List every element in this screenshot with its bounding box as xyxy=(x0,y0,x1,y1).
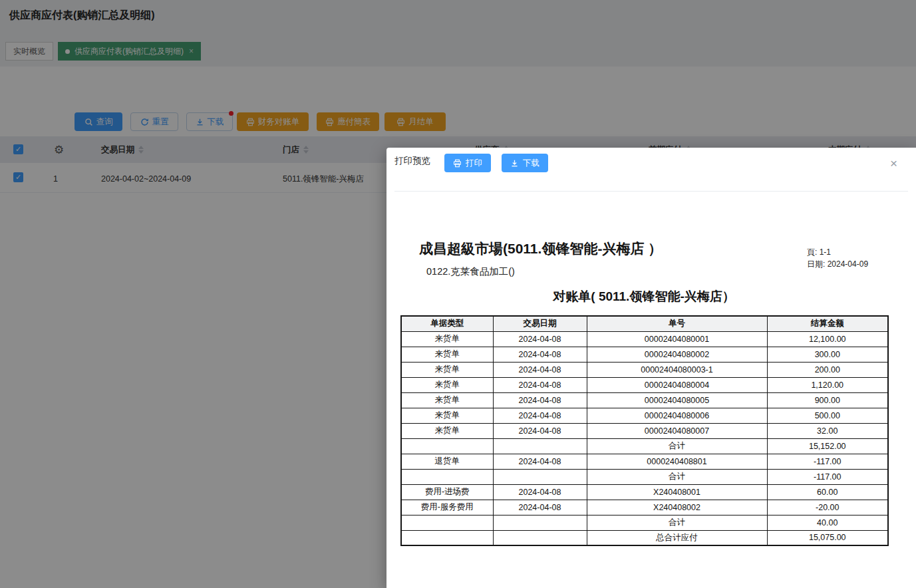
statement-cell: 32.00 xyxy=(767,423,888,438)
statement-cell: X240408002 xyxy=(587,500,767,515)
statement-cell: 1,120.00 xyxy=(767,377,888,392)
statement-cell: 2024-04-08 xyxy=(493,423,587,438)
statement-cell xyxy=(401,515,493,530)
statement-row: 费用-进场费2024-04-08X24040800160.00 xyxy=(401,484,888,500)
statement-cell: 00002404080001 xyxy=(587,331,767,347)
statement-cell xyxy=(401,530,493,545)
statement-cell: 2024-04-08 xyxy=(493,362,587,377)
statement-cell: 费用-服务费用 xyxy=(401,500,493,515)
modal-title: 打印预览 xyxy=(394,155,430,167)
statement-cell: 15,075.00 xyxy=(767,530,888,545)
statement-row: 费用-服务费用2024-04-08X240408002-20.00 xyxy=(401,500,888,515)
statement-cell: 00002404080004 xyxy=(587,377,767,392)
statement-cell: 15,152.00 xyxy=(767,438,888,454)
statement-row: 来货单2024-04-0800002404080002300.00 xyxy=(401,347,888,362)
statement-cell: 2024-04-08 xyxy=(493,392,587,408)
statement-row: 来货单2024-04-080000240408000112,100.00 xyxy=(401,331,888,347)
statement-cell: -117.00 xyxy=(767,469,888,484)
statement-row: 合计15,152.00 xyxy=(401,438,888,454)
statement-cell: 2024-04-08 xyxy=(493,500,587,515)
statement-cell: 来货单 xyxy=(401,423,493,438)
print-button[interactable]: 打印 xyxy=(444,154,491,172)
statement-row: 来货单2024-04-0800002404080006500.00 xyxy=(401,408,888,423)
statement-table: 单据类型交易日期单号结算金额 来货单2024-04-08000024040800… xyxy=(400,315,889,546)
statement-cell: 来货单 xyxy=(401,408,493,423)
statement-row: 来货单2024-04-0800002404080005900.00 xyxy=(401,392,888,408)
doc-date-label: 日期: 2024-04-09 xyxy=(807,258,868,270)
close-icon[interactable]: × xyxy=(890,157,897,170)
statement-cell: 300.00 xyxy=(767,347,888,362)
statement-cell: 总合计应付 xyxy=(587,530,767,545)
statement-cell xyxy=(493,438,587,454)
statement-cell: 来货单 xyxy=(401,392,493,408)
statement-cell xyxy=(401,438,493,454)
statement-cell: 00002404080002 xyxy=(587,347,767,362)
statement-cell xyxy=(493,530,587,545)
statement-cell: 2024-04-08 xyxy=(493,454,587,469)
statement-header-cell: 单据类型 xyxy=(401,316,493,331)
statement-cell: 2024-04-08 xyxy=(493,347,587,362)
statement-cell: 2024-04-08 xyxy=(493,331,587,347)
statement-cell: 500.00 xyxy=(767,408,888,423)
statement-row: 来货单2024-04-0800002404080003-1200.00 xyxy=(401,362,888,377)
print-preview-modal: 打印预览 打印 下载 × 成昌超級市場(5011.领锋智能-兴梅店 ） 頁: 1… xyxy=(386,148,916,588)
doc-page-label: 頁: 1-1 xyxy=(807,246,868,258)
statement-header-cell: 结算金额 xyxy=(767,316,888,331)
statement-cell: 合计 xyxy=(587,438,767,454)
doc-company-title: 成昌超級市場(5011.领锋智能-兴梅店 ） xyxy=(419,239,662,258)
statement-cell: -117.00 xyxy=(767,454,888,469)
statement-row: 合计-117.00 xyxy=(401,469,888,484)
doc-meta: 頁: 1-1 日期: 2024-04-09 xyxy=(807,246,868,270)
doc-statement-title: 对账单( 5011.领锋智能-兴梅店） xyxy=(400,288,887,305)
statement-cell: 200.00 xyxy=(767,362,888,377)
statement-cell: -20.00 xyxy=(767,500,888,515)
statement-row: 总合计应付15,075.00 xyxy=(401,530,888,545)
statement-cell: 合计 xyxy=(587,515,767,530)
statement-cell: 费用-进场费 xyxy=(401,484,493,500)
statement-cell: 来货单 xyxy=(401,347,493,362)
statement-cell: 00002404080006 xyxy=(587,408,767,423)
statement-row: 来货单2024-04-080000240408000732.00 xyxy=(401,423,888,438)
statement-cell xyxy=(493,515,587,530)
statement-cell: 900.00 xyxy=(767,392,888,408)
printer-icon xyxy=(453,159,462,168)
statement-cell: 合计 xyxy=(587,469,767,484)
statement-cell xyxy=(401,469,493,484)
statement-cell: 来货单 xyxy=(401,377,493,392)
statement-row: 退货单2024-04-080000240408801-117.00 xyxy=(401,454,888,469)
doc-supplier-line: 0122.克莱食品加工() xyxy=(426,265,515,278)
statement-cell: 来货单 xyxy=(401,331,493,347)
statement-cell: 0000240408801 xyxy=(587,454,767,469)
statement-cell: 退货单 xyxy=(401,454,493,469)
modal-download-button[interactable]: 下载 xyxy=(502,154,548,172)
statement-header-cell: 单号 xyxy=(587,316,767,331)
statement-table-header-row: 单据类型交易日期单号结算金额 xyxy=(401,316,888,331)
statement-row: 来货单2024-04-08000024040800041,120.00 xyxy=(401,377,888,392)
statement-cell: 40.00 xyxy=(767,515,888,530)
statement-cell: 00002404080005 xyxy=(587,392,767,408)
modal-divider xyxy=(394,191,908,192)
statement-cell: 00002404080003-1 xyxy=(587,362,767,377)
download-icon xyxy=(510,159,519,168)
app-root: 供应商应付表(购销汇总及明细) 实时概览 供应商应付表(购销汇总及明细) × 门… xyxy=(0,0,916,588)
statement-cell: 2024-04-08 xyxy=(493,408,587,423)
statement-table-body: 来货单2024-04-080000240408000112,100.00来货单2… xyxy=(401,331,888,545)
statement-cell: 12,100.00 xyxy=(767,331,888,347)
statement-header-cell: 交易日期 xyxy=(493,316,587,331)
statement-cell: X240408001 xyxy=(587,484,767,500)
statement-row: 合计40.00 xyxy=(401,515,888,530)
statement-cell xyxy=(493,469,587,484)
statement-cell: 60.00 xyxy=(767,484,888,500)
statement-cell: 00002404080007 xyxy=(587,423,767,438)
statement-cell: 2024-04-08 xyxy=(493,377,587,392)
statement-cell: 来货单 xyxy=(401,362,493,377)
statement-cell: 2024-04-08 xyxy=(493,484,587,500)
